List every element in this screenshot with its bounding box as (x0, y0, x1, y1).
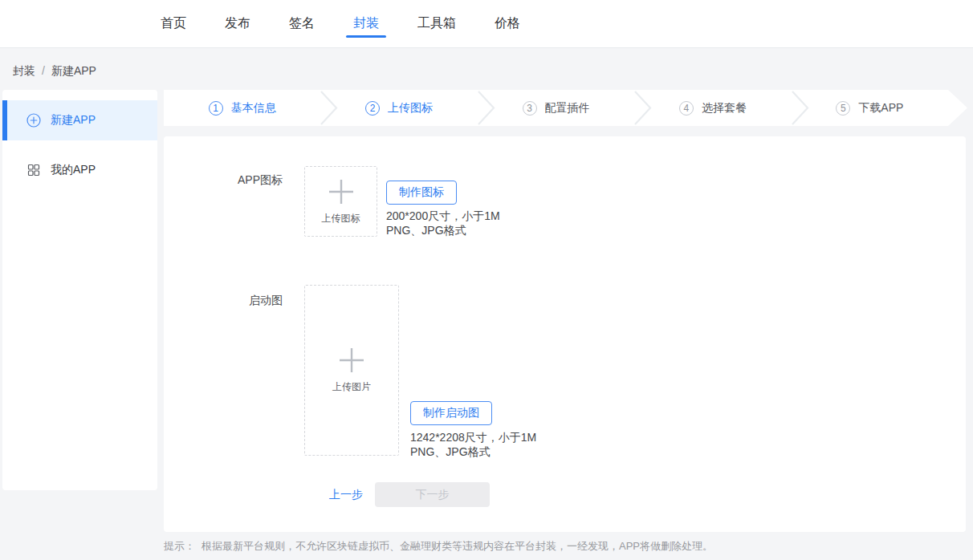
nav-item-price[interactable]: 价格 (495, 0, 520, 48)
launch-image-hint-line2: PNG、JPG格式 (410, 444, 536, 459)
make-icon-button[interactable]: 制作图标 (386, 181, 457, 205)
next-step-button[interactable]: 下一步 (375, 482, 490, 507)
step-number-badge: 5 (836, 101, 850, 116)
grid-icon (26, 163, 41, 177)
app-icon-hint-line2: PNG、JPG格式 (386, 223, 500, 237)
step-label: 下载APP (858, 101, 903, 116)
plus-icon (337, 347, 366, 374)
previous-step-button[interactable]: 上一步 (329, 482, 363, 507)
upload-box-label: 上传图片 (332, 380, 371, 394)
sidebar-item-my-apps[interactable]: 我的APP (2, 150, 157, 190)
page-background: 首页 发布 签名 封装 工具箱 价格 封装/新建APP 新建APP (0, 0, 973, 560)
step-label: 基本信息 (231, 101, 276, 116)
step-number-badge: 2 (365, 101, 380, 116)
breadcrumb-section[interactable]: 封装 (13, 64, 35, 77)
upload-box-label: 上传图标 (322, 212, 360, 225)
step-label: 配置插件 (545, 101, 590, 116)
step-number-badge: 1 (209, 101, 223, 116)
app-icon-hint-line1: 200*200尺寸，小于1M (386, 209, 500, 223)
steps-wizard: 1 基本信息 2 上传图标 3 配置插件 4 选择套餐 (164, 90, 967, 126)
breadcrumb-separator: / (42, 64, 45, 77)
make-launch-image-button[interactable]: 制作启动图 (410, 401, 492, 425)
step-5-download-app[interactable]: 5 下载APP (792, 90, 948, 126)
sidebar-item-label: 我的APP (51, 163, 96, 177)
step-1-basic-info[interactable]: 1 基本信息 (164, 90, 320, 126)
plus-icon (327, 178, 356, 205)
footer-hint-text: 根据最新平台规则，不允许区块链虚拟币、金融理财类等违规内容在平台封装，一经发现，… (202, 540, 713, 552)
step-label: 选择套餐 (702, 101, 747, 116)
step-4-select-plan[interactable]: 4 选择套餐 (634, 90, 791, 126)
launch-image-hint-line1: 1242*2208尺寸，小于1M (410, 430, 536, 444)
step-label: 上传图标 (388, 101, 433, 116)
step-2-upload-icon[interactable]: 2 上传图标 (320, 90, 477, 126)
nav-item-toolbox[interactable]: 工具箱 (417, 0, 456, 48)
launch-image-hint: 1242*2208尺寸，小于1M PNG、JPG格式 (410, 430, 536, 459)
breadcrumb-current: 新建APP (51, 64, 96, 77)
nav-item-sign[interactable]: 签名 (289, 0, 315, 48)
app-icon-upload-box[interactable]: 上传图标 (304, 166, 377, 237)
nav-item-package[interactable]: 封装 (353, 0, 379, 48)
footer-hint-prefix: 提示： (164, 540, 195, 552)
launch-image-upload-box[interactable]: 上传图片 (304, 285, 399, 456)
sidebar-item-new-app[interactable]: 新建APP (2, 100, 157, 140)
plus-circle-icon (26, 113, 41, 128)
breadcrumb: 封装/新建APP (13, 64, 96, 79)
footer-hint: 提示：根据最新平台规则，不允许区块链虚拟币、金融理财类等违规内容在平台封装，一经… (164, 539, 713, 554)
content-panel: APP图标 上传图标 制作图标 200*200尺寸，小于1M PNG、JPG格式… (164, 136, 966, 532)
nav-item-publish[interactable]: 发布 (225, 0, 250, 48)
step-number-badge: 4 (679, 101, 694, 116)
top-nav: 首页 发布 签名 封装 工具箱 价格 (0, 0, 973, 48)
sidebar: 新建APP 我的APP (2, 90, 157, 490)
app-icon-field-label: APP图标 (164, 173, 283, 188)
nav-item-home[interactable]: 首页 (161, 0, 186, 48)
step-number-badge: 3 (523, 101, 537, 116)
app-icon-hint: 200*200尺寸，小于1M PNG、JPG格式 (386, 209, 500, 237)
sidebar-item-label: 新建APP (51, 113, 96, 128)
launch-image-field-label: 启动图 (164, 294, 283, 308)
step-3-configure-plugins[interactable]: 3 配置插件 (478, 90, 634, 126)
